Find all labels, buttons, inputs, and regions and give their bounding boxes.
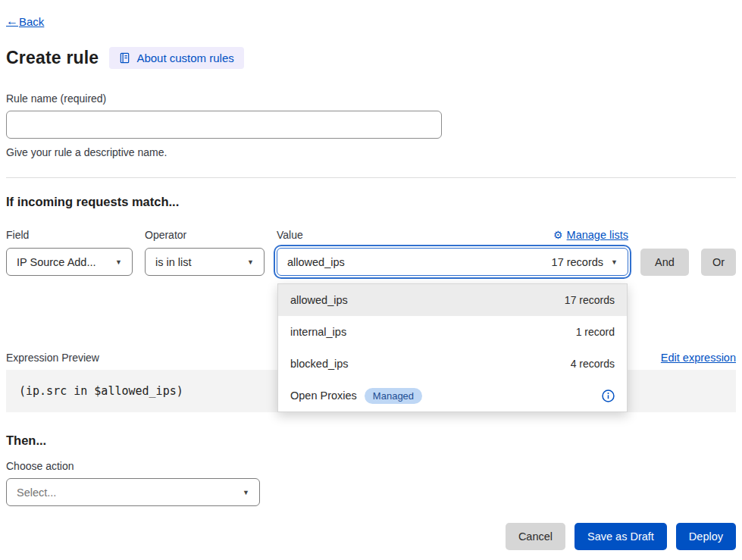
operator-select-value: is in list	[155, 256, 192, 268]
about-badge-label: About custom rules	[136, 52, 233, 64]
deploy-button[interactable]: Deploy	[676, 523, 736, 550]
chevron-down-icon: ▼	[243, 489, 249, 496]
back-link[interactable]: ←Back	[6, 14, 44, 28]
dropdown-item-name: Open Proxies	[290, 389, 357, 402]
save-as-draft-button[interactable]: Save as Draft	[575, 523, 667, 550]
edit-expression-link[interactable]: Edit expression	[661, 352, 736, 364]
value-select-records: 17 records	[552, 256, 604, 268]
dropdown-item-open-proxies[interactable]: Open Proxies Managed	[278, 380, 627, 411]
dropdown-item-records: 1 record	[576, 326, 615, 338]
dropdown-item-name: internal_ips	[290, 326, 346, 338]
rule-name-input[interactable]	[6, 111, 442, 139]
value-select-value: allowed_ips	[287, 256, 345, 268]
manage-lists-label: Manage lists	[567, 229, 628, 241]
chevron-down-icon: ▼	[115, 258, 122, 266]
match-grid: Field Operator Value ⚙ Manage lists IP S…	[6, 229, 736, 276]
field-label: Field	[6, 229, 133, 241]
about-custom-rules-link[interactable]: About custom rules	[109, 47, 243, 69]
footer-actions: Cancel Save as Draft Deploy	[6, 523, 736, 550]
book-icon	[119, 52, 130, 64]
field-select[interactable]: IP Source Add... ▼	[6, 248, 133, 276]
then-section-title: Then...	[6, 433, 736, 448]
dropdown-item-allowed-ips[interactable]: allowed_ips 17 records	[278, 284, 627, 316]
value-dropdown-menu: allowed_ips 17 records internal_ips 1 re…	[277, 283, 628, 412]
managed-badge: Managed	[365, 388, 422, 404]
field-select-value: IP Source Add...	[17, 256, 96, 268]
page-title: Create rule	[6, 48, 99, 68]
rule-name-helper: Give your rule a descriptive name.	[6, 146, 736, 158]
create-rule-page: ←Back Create rule About custom rules Rul…	[0, 0, 742, 550]
or-button[interactable]: Or	[701, 249, 736, 276]
action-select-placeholder: Select...	[17, 486, 56, 499]
value-label: Value	[277, 229, 303, 241]
chevron-down-icon: ▼	[611, 258, 618, 266]
title-row: Create rule About custom rules	[6, 47, 736, 69]
dropdown-item-records: 17 records	[565, 294, 615, 306]
manage-lists-link[interactable]: ⚙ Manage lists	[553, 229, 628, 241]
operator-label: Operator	[145, 229, 265, 241]
section-divider	[6, 177, 736, 178]
dropdown-item-name: blocked_ips	[290, 358, 349, 370]
value-select[interactable]: allowed_ips 17 records ▼	[277, 248, 628, 276]
choose-action-label: Choose action	[6, 460, 736, 472]
back-arrow-icon: ←	[6, 14, 18, 28]
chevron-down-icon: ▼	[247, 258, 254, 266]
dropdown-item-left: Open Proxies Managed	[290, 388, 422, 404]
dropdown-item-name: allowed_ips	[290, 294, 348, 306]
operator-select[interactable]: is in list ▼	[145, 248, 265, 276]
dropdown-item-internal-ips[interactable]: internal_ips 1 record	[278, 316, 627, 348]
cancel-button[interactable]: Cancel	[506, 523, 565, 550]
action-select[interactable]: Select... ▼	[6, 478, 260, 506]
and-button[interactable]: And	[640, 249, 689, 276]
dropdown-item-records: 4 records	[571, 358, 615, 370]
dropdown-item-blocked-ips[interactable]: blocked_ips 4 records	[278, 348, 627, 380]
rule-name-label: Rule name (required)	[6, 92, 736, 105]
match-section-title: If incoming requests match...	[6, 195, 736, 209]
value-select-wrap: allowed_ips 17 records ▼ allowed_ips 17 …	[277, 248, 628, 276]
back-label: Back	[19, 15, 44, 28]
info-icon[interactable]	[602, 389, 615, 402]
value-label-row: Value ⚙ Manage lists	[277, 229, 628, 241]
value-select-right: 17 records ▼	[552, 256, 618, 268]
expression-preview-label: Expression Preview	[6, 352, 99, 364]
gear-icon: ⚙	[553, 230, 563, 240]
